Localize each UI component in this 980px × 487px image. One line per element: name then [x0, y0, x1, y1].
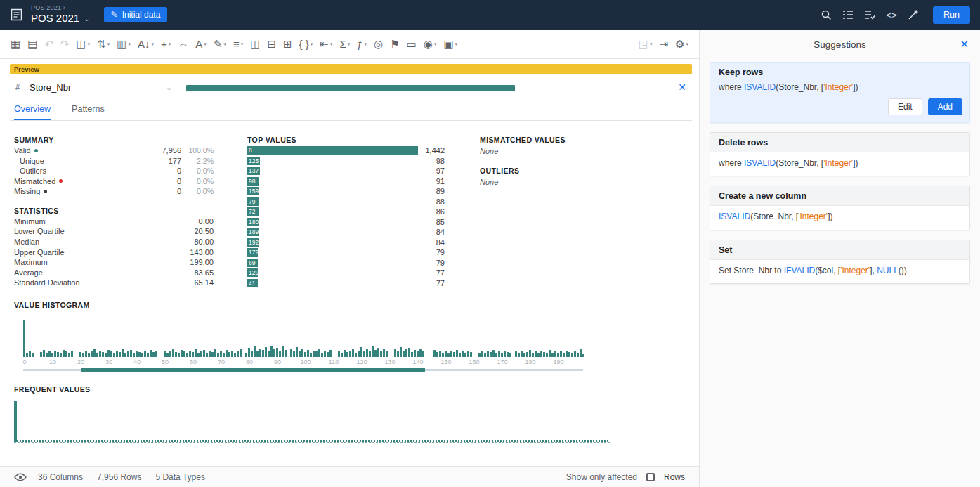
- histogram-bar[interactable]: [566, 351, 568, 357]
- top-value-row[interactable]: 12977: [247, 268, 445, 278]
- top-value-bar[interactable]: 69: [247, 259, 258, 267]
- suggestion-card[interactable]: Keep rowswhere ISVALID(Store_Nbr, ['Inte…: [710, 62, 970, 123]
- histogram-bar[interactable]: [582, 354, 584, 357]
- histogram-bar[interactable]: [138, 352, 141, 357]
- histogram-bar[interactable]: [515, 351, 517, 357]
- histogram-bar[interactable]: [580, 349, 582, 357]
- histogram-bar[interactable]: [447, 353, 450, 357]
- histogram-bar[interactable]: [273, 349, 275, 357]
- top-value-row[interactable]: 17279: [247, 247, 445, 258]
- histogram-bar[interactable]: [116, 351, 118, 357]
- histogram-bar[interactable]: [523, 353, 525, 357]
- top-value-row[interactable]: 9891: [247, 176, 445, 187]
- histogram-bar[interactable]: [327, 352, 329, 357]
- code-icon[interactable]: <>: [884, 7, 899, 22]
- close-column-details-icon[interactable]: ✕: [678, 82, 686, 93]
- row-view-icon[interactable]: ▤: [24, 34, 41, 54]
- histogram-bar[interactable]: [203, 350, 205, 357]
- column-ops-icon[interactable]: ◫▾: [73, 34, 94, 54]
- top-value-bar[interactable]: 98: [247, 177, 259, 186]
- histogram-bar[interactable]: [453, 352, 455, 357]
- histogram-bar[interactable]: [577, 353, 579, 357]
- merge-table-icon[interactable]: ⊟: [263, 34, 280, 54]
- add-button[interactable]: Add: [928, 98, 962, 115]
- top-value-bar[interactable]: 180: [247, 218, 259, 226]
- tab-patterns[interactable]: Patterns: [72, 104, 105, 121]
- histogram-bar[interactable]: [290, 349, 292, 357]
- histogram-bar[interactable]: [352, 349, 354, 357]
- edit-button[interactable]: Edit: [888, 98, 922, 115]
- histogram-bar[interactable]: [46, 353, 48, 357]
- histogram-bar[interactable]: [217, 353, 219, 357]
- top-value-bar[interactable]: 192: [247, 238, 259, 247]
- histogram-bar[interactable]: [439, 351, 441, 357]
- histogram-bar[interactable]: [172, 349, 174, 357]
- histogram-bar[interactable]: [563, 353, 565, 357]
- histogram-bar[interactable]: [93, 349, 96, 357]
- histogram-bar[interactable]: [462, 351, 464, 357]
- histogram-bar[interactable]: [571, 353, 573, 357]
- histogram-bar[interactable]: [349, 351, 351, 357]
- histogram-bar[interactable]: [394, 349, 396, 357]
- histogram-bar[interactable]: [279, 351, 281, 357]
- histogram-bar[interactable]: [419, 349, 422, 357]
- histogram-bar[interactable]: [209, 351, 211, 357]
- top-value-bar[interactable]: 125: [247, 157, 260, 165]
- histogram-bar[interactable]: [206, 353, 208, 357]
- histogram-bar[interactable]: [481, 351, 483, 357]
- histogram-bar[interactable]: [535, 351, 537, 357]
- histogram-bar[interactable]: [192, 352, 194, 357]
- histogram-bar[interactable]: [313, 351, 315, 357]
- histogram-bar[interactable]: [490, 352, 492, 357]
- histogram-bar[interactable]: [383, 349, 385, 357]
- histogram-bar[interactable]: [507, 352, 509, 357]
- histogram-bar[interactable]: [110, 351, 112, 357]
- top-value-row[interactable]: 12598: [247, 156, 445, 167]
- histogram-bar[interactable]: [397, 351, 399, 357]
- histogram-bar[interactable]: [318, 349, 320, 357]
- histogram-bar[interactable]: [23, 320, 25, 357]
- function-icon[interactable]: ƒ▾: [353, 34, 370, 54]
- histogram-bar[interactable]: [26, 353, 28, 357]
- histogram-bar[interactable]: [54, 351, 56, 357]
- histogram-bar[interactable]: [374, 350, 377, 357]
- search-icon[interactable]: [818, 7, 834, 22]
- histogram-bar[interactable]: [459, 353, 461, 357]
- histogram-bar[interactable]: [259, 349, 261, 357]
- histogram-bar[interactable]: [341, 353, 343, 357]
- histogram-bar[interactable]: [540, 351, 542, 357]
- histogram-bar[interactable]: [152, 352, 155, 357]
- histogram-bar[interactable]: [307, 350, 309, 357]
- histogram-bar[interactable]: [144, 351, 146, 357]
- histogram-bar[interactable]: [487, 351, 489, 357]
- histogram-bar[interactable]: [68, 353, 70, 357]
- histogram-bar[interactable]: [200, 351, 202, 357]
- top-value-row[interactable]: 15989: [247, 186, 445, 197]
- histogram-bar[interactable]: [43, 350, 45, 357]
- histogram-bar[interactable]: [136, 351, 138, 357]
- histogram-bar[interactable]: [186, 353, 188, 357]
- histogram-bar[interactable]: [450, 351, 452, 357]
- histogram-bar[interactable]: [240, 349, 242, 357]
- histogram-bar[interactable]: [414, 350, 416, 357]
- top-value-bar[interactable]: 137: [247, 167, 260, 175]
- histogram-bar[interactable]: [366, 349, 368, 357]
- align-icon[interactable]: ⇤▾: [316, 34, 336, 54]
- histogram-bar[interactable]: [96, 353, 98, 357]
- expand-icon[interactable]: ⇔: [174, 34, 192, 54]
- histogram-bar[interactable]: [270, 346, 273, 357]
- histogram-bar[interactable]: [113, 353, 115, 357]
- histogram-bar[interactable]: [492, 350, 495, 357]
- recipe-icon[interactable]: [10, 8, 24, 22]
- flag-icon[interactable]: ⚑: [386, 34, 403, 54]
- histogram-bar[interactable]: [214, 349, 216, 357]
- summary-row[interactable]: Mismatched00.0%: [14, 176, 214, 187]
- histogram-bar[interactable]: [355, 353, 357, 357]
- histogram-bar[interactable]: [256, 351, 259, 357]
- text-format-icon[interactable]: A▾: [192, 34, 210, 54]
- histogram-bar[interactable]: [408, 348, 410, 357]
- histogram-bar[interactable]: [32, 353, 34, 357]
- filter-columns-icon[interactable]: ▥▾: [113, 34, 134, 54]
- histogram-bar[interactable]: [344, 350, 346, 357]
- histogram-bar[interactable]: [329, 350, 332, 357]
